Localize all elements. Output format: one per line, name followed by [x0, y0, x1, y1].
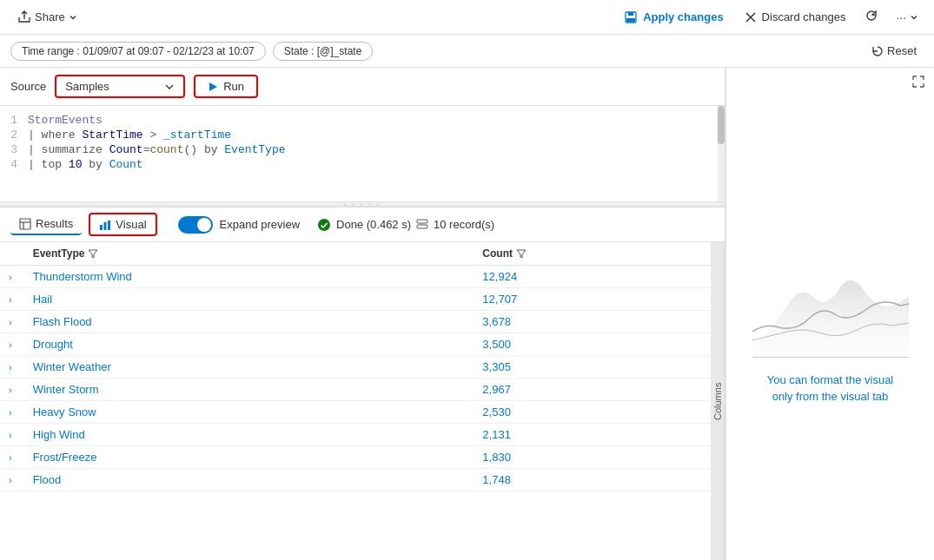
right-panel-top — [726, 68, 934, 98]
cell-eventtype: Flash Flood — [24, 311, 474, 333]
line-number-1: 1 — [0, 114, 28, 127]
top-bar-right: Apply changes Discard changes ··· — [617, 5, 924, 29]
row-expand-cell[interactable]: › — [0, 379, 24, 401]
row-expand-cell[interactable]: › — [0, 333, 24, 356]
share-icon — [17, 10, 31, 24]
expand-arrows-icon — [911, 75, 925, 89]
chart-area: You can format the visual only from the … — [726, 98, 934, 560]
expand-panel-button[interactable] — [908, 71, 929, 95]
refresh-icon — [864, 9, 878, 23]
source-dropdown[interactable]: Samples — [55, 75, 185, 98]
reset-button[interactable]: Reset — [864, 41, 924, 61]
cell-count: 2,530 — [474, 401, 711, 424]
tab-results-label: Results — [36, 217, 73, 230]
editor-scrollbar[interactable] — [718, 106, 725, 201]
toggle-area: Expand preview — [178, 216, 301, 234]
cell-eventtype: Frost/Freeze — [24, 446, 474, 469]
svg-rect-12 — [417, 225, 427, 228]
table-row: ›High Wind2,131 — [0, 424, 711, 446]
discard-changes-button[interactable]: Discard changes — [738, 7, 853, 27]
columns-label: Columns — [712, 382, 723, 419]
x-icon — [745, 11, 757, 23]
code-line-1: 1 StormEvents — [0, 113, 711, 128]
right-panel: You can format the visual only from the … — [725, 68, 934, 560]
row-expand-icon[interactable]: › — [9, 407, 16, 418]
chart-hint-link[interactable]: only from the visual tab — [772, 390, 889, 403]
code-text-2: | where StartTime > _startTime — [28, 128, 711, 142]
records-icon — [416, 219, 428, 231]
row-expand-icon[interactable]: › — [9, 385, 16, 395]
dropdown-arrow-icon — [164, 82, 175, 92]
reset-label: Reset — [887, 44, 917, 57]
svg-rect-7 — [100, 225, 103, 230]
row-expand-cell[interactable]: › — [0, 311, 24, 333]
toggle-knob — [197, 218, 211, 232]
table-row: ›Heavy Snow2,530 — [0, 401, 711, 424]
table-row: ›Flash Flood3,678 — [0, 311, 711, 333]
cell-eventtype: Drought — [24, 333, 474, 356]
th-eventtype[interactable]: EventType — [24, 242, 474, 266]
state-filter[interactable]: State : [@]_state — [273, 42, 374, 61]
svg-marker-3 — [209, 82, 217, 91]
row-expand-cell[interactable]: › — [0, 424, 24, 446]
svg-rect-1 — [628, 12, 633, 16]
row-expand-icon[interactable]: › — [9, 294, 16, 305]
row-expand-cell[interactable]: › — [0, 356, 24, 379]
tab-visual[interactable]: Visual — [89, 213, 156, 236]
cell-count: 3,500 — [474, 333, 711, 356]
code-text-4: | top 10 by Count — [28, 158, 711, 171]
more-options-button[interactable]: ··· — [891, 7, 924, 28]
row-expand-cell[interactable]: › — [0, 401, 24, 424]
row-expand-icon[interactable]: › — [9, 339, 16, 350]
chart-hint: You can format the visual only from the … — [767, 372, 894, 405]
row-expand-icon[interactable]: › — [9, 430, 16, 440]
time-range-filter[interactable]: Time range : 01/09/07 at 09:07 - 02/12/2… — [10, 42, 266, 61]
row-expand-cell[interactable]: › — [0, 446, 24, 469]
columns-sidebar[interactable]: Columns — [711, 242, 725, 560]
play-icon — [208, 82, 218, 92]
filter-icon-eventtype[interactable] — [88, 248, 98, 259]
row-expand-icon[interactable]: › — [9, 452, 16, 463]
cell-eventtype: Flood — [24, 469, 474, 491]
tab-visual-label: Visual — [116, 218, 146, 231]
th-expand — [0, 242, 24, 266]
line-number-2: 2 — [0, 128, 28, 142]
row-expand-icon[interactable]: › — [9, 317, 16, 327]
row-expand-cell[interactable]: › — [0, 288, 24, 311]
row-expand-icon[interactable]: › — [9, 272, 16, 282]
code-text-1: StormEvents — [28, 114, 711, 127]
refresh-button[interactable] — [859, 5, 884, 29]
filter-icon-count[interactable] — [516, 248, 527, 259]
resize-handle[interactable]: · · · · · — [0, 201, 725, 207]
top-bar-left: Share — [10, 7, 84, 28]
code-text-3: | summarize Count=count() by EventType — [28, 143, 711, 156]
run-button[interactable]: Run — [194, 75, 258, 98]
row-expand-icon[interactable]: › — [9, 362, 16, 372]
row-expand-icon[interactable]: › — [9, 475, 16, 485]
th-count[interactable]: Count — [474, 242, 711, 266]
table-row: ›Drought3,500 — [0, 333, 711, 356]
svg-rect-9 — [108, 221, 110, 230]
table-row: ›Thunderstorm Wind12,924 — [0, 266, 711, 288]
row-expand-cell[interactable]: › — [0, 266, 24, 288]
menu-dots: ··· — [896, 10, 906, 24]
data-table-wrapper[interactable]: EventType Count — [0, 242, 711, 560]
code-line-2: 2 | where StartTime > _startTime — [0, 128, 711, 142]
expand-preview-toggle[interactable] — [178, 216, 213, 234]
expand-preview-label: Expand preview — [220, 218, 301, 231]
run-label: Run — [223, 80, 244, 93]
apply-changes-button[interactable]: Apply changes — [617, 7, 730, 28]
svg-rect-2 — [626, 18, 635, 22]
row-expand-cell[interactable]: › — [0, 469, 24, 491]
code-editor[interactable]: 1 StormEvents 2 | where StartTime > _sta… — [0, 106, 725, 201]
cell-count: 12,707 — [474, 288, 711, 311]
tab-results[interactable]: Results — [10, 214, 82, 235]
chart-hint-line1: You can format the visual — [767, 373, 894, 386]
source-label: Source — [10, 80, 46, 93]
data-table: EventType Count — [0, 242, 711, 491]
apply-label: Apply changes — [643, 10, 723, 23]
code-line-3: 3 | summarize Count=count() by EventType — [0, 142, 711, 157]
top-bar: Share Apply changes Discard changes — [0, 0, 934, 35]
table-row: ›Winter Storm2,967 — [0, 379, 711, 401]
share-button[interactable]: Share — [10, 7, 84, 28]
